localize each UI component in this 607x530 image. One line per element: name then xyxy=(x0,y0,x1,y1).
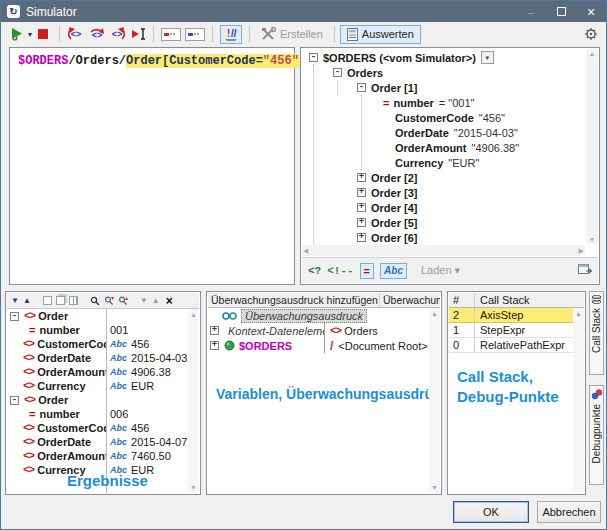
expand-icon[interactable]: + xyxy=(210,341,219,350)
run-button[interactable] xyxy=(9,26,25,42)
step-into-button[interactable]: <> xyxy=(67,26,84,42)
prev-result-icon[interactable]: ▲ xyxy=(23,297,31,305)
add-watch-header[interactable]: Überwachungsausdruck hinzufügen xyxy=(208,293,380,307)
copy-icon[interactable] xyxy=(56,296,65,305)
search-icon[interactable] xyxy=(90,296,100,306)
close-button[interactable]: × xyxy=(576,1,606,22)
column-number-header[interactable]: # xyxy=(449,293,475,307)
processing-instruction-toggle[interactable]: <? xyxy=(308,265,321,277)
collapse-icon[interactable]: - xyxy=(10,396,19,405)
result-row[interactable]: =number 001 xyxy=(7,323,199,337)
maximize-button[interactable] xyxy=(546,1,576,22)
expand-icon[interactable]: + xyxy=(357,203,366,212)
context-item-row[interactable]: + Kontext-Datenelement <>Orders xyxy=(208,323,429,338)
result-row[interactable]: <>OrderAmount Abc4906.38 xyxy=(7,365,199,379)
tree-row-order-collapsed[interactable]: + Order [5] xyxy=(303,215,585,230)
tree-row-order-collapsed[interactable]: + Order [2] xyxy=(303,170,585,185)
move-down-icon[interactable]: ▼ xyxy=(140,297,148,305)
cancel-button[interactable]: Abbrechen xyxy=(537,501,601,523)
page-icon[interactable] xyxy=(43,296,52,305)
tree-row-order-collapsed[interactable]: + Order [6] xyxy=(303,230,585,244)
source-dropdown-button[interactable]: ▾ xyxy=(481,51,494,64)
results-scrollbar[interactable]: ▲ ▼ xyxy=(188,309,199,493)
collapse-icon[interactable]: - xyxy=(10,312,19,321)
watch-header-right[interactable]: Überwachungsausdru xyxy=(380,293,440,307)
tree-row-order-collapsed[interactable]: + Order [3] xyxy=(303,185,585,200)
next-result-icon[interactable]: ▼ xyxy=(11,297,19,305)
erstellen-button[interactable]: Erstellen xyxy=(255,25,329,43)
result-row[interactable]: <>CustomerCode Abc456 xyxy=(7,421,199,435)
watch-expression-label[interactable]: Überwachungsausdruck xyxy=(241,309,367,323)
expand-icon[interactable]: + xyxy=(357,173,366,182)
attributes-toggle[interactable]: = xyxy=(360,263,374,279)
tree-row-child[interactable]: OrderAmount "4906.38" xyxy=(303,140,585,155)
collapse-icon[interactable]: - xyxy=(357,83,366,92)
result-row[interactable]: <>OrderDate Abc2015-04-07 xyxy=(7,435,199,449)
clear-results-icon[interactable]: × xyxy=(166,295,173,307)
scroll-down-icon[interactable]: ▼ xyxy=(589,236,596,243)
tree-row-child[interactable]: OrderDate "2015-04-03" xyxy=(303,125,585,140)
titlebar[interactable]: ↻ Simulator – × xyxy=(1,1,606,22)
tab-debugpunkte[interactable]: Debugpunkte xyxy=(589,385,604,485)
expand-icon[interactable]: + xyxy=(210,326,219,335)
column-callstack-header[interactable]: Call Stack xyxy=(475,293,535,307)
source-horizontal-scrollbar[interactable]: ◀ ▶ xyxy=(302,245,585,256)
callstack-row-selected[interactable]: 2AxisStep xyxy=(449,308,573,323)
run-dropdown-icon[interactable]: ▾ xyxy=(28,30,32,39)
comment-toggle[interactable]: <!-- xyxy=(327,265,353,277)
tree-row-order1[interactable]: - Order [1] xyxy=(303,80,585,95)
debug-mode-toggle[interactable]: !// xyxy=(220,25,242,44)
scroll-up-icon[interactable]: ▲ xyxy=(589,50,596,57)
tab-call-stack[interactable]: Call Stack xyxy=(589,291,604,375)
scroll-down-icon[interactable]: ▼ xyxy=(431,484,438,491)
tree-row-orders[interactable]: - Orders xyxy=(303,65,585,80)
collapse-icon[interactable]: - xyxy=(309,53,318,62)
tree-row-root[interactable]: - $ORDERS (<vom Simulator>) ▾ xyxy=(303,50,585,65)
step-over-button[interactable]: <> xyxy=(88,26,105,42)
auswerten-button[interactable]: Auswerten xyxy=(340,25,421,44)
stop-button[interactable] xyxy=(38,29,48,39)
collapse-icon[interactable]: - xyxy=(333,68,342,77)
xpath-expression-editor[interactable]: $ORDERS/Orders/Order[CustomerCode="456"]… xyxy=(9,47,295,285)
open-in-window-icon[interactable] xyxy=(578,264,592,277)
settings-gear-icon[interactable] xyxy=(584,27,598,41)
run-to-cursor-button[interactable] xyxy=(130,26,146,42)
tracepoint-button[interactable] xyxy=(161,28,181,41)
result-row[interactable]: =number 006 xyxy=(7,407,199,421)
ok-button[interactable]: OK xyxy=(453,501,529,523)
expand-icon[interactable]: + xyxy=(357,218,366,227)
watch-expression-row[interactable]: Überwachungsausdruck xyxy=(208,308,429,323)
callstack-scrollbar[interactable]: ▲ xyxy=(573,308,584,493)
callstack-row[interactable]: 1StepExpr xyxy=(449,323,573,338)
column-divider[interactable] xyxy=(106,309,107,493)
expand-icon[interactable]: + xyxy=(357,188,366,197)
result-row[interactable]: <>OrderAmount Abc7460.50 xyxy=(7,449,199,463)
scroll-left-icon[interactable]: ◀ xyxy=(303,247,308,254)
search-next-icon[interactable] xyxy=(104,296,114,306)
orders-variable-row[interactable]: + $ORDERS /<Document Root> xyxy=(208,338,429,353)
search-prev-icon[interactable] xyxy=(118,296,128,306)
scroll-up-icon[interactable]: ▲ xyxy=(575,310,582,317)
scroll-right-icon[interactable]: ▶ xyxy=(579,247,584,254)
result-row[interactable]: <>Currency AbcEUR xyxy=(7,379,199,393)
tree-row-child[interactable]: Currency "EUR" xyxy=(303,155,585,170)
callstack-row[interactable]: 0RelativePathExpr xyxy=(449,338,573,353)
text-values-toggle[interactable]: Abc xyxy=(380,263,407,279)
tree-row-attr-number[interactable]: = number = "001" xyxy=(303,95,585,110)
watch-scrollbar[interactable]: ▲ ▼ xyxy=(429,308,440,493)
source-vertical-scrollbar[interactable]: ▲ ▼ xyxy=(586,49,598,244)
scroll-up-icon[interactable]: ▲ xyxy=(431,310,438,317)
breakpoint-button[interactable] xyxy=(185,28,205,41)
result-order-row[interactable]: -<>Order xyxy=(7,309,199,323)
tree-row-order-collapsed[interactable]: + Order [4] xyxy=(303,200,585,215)
expand-icon[interactable]: + xyxy=(357,233,366,242)
step-out-button[interactable]: <> xyxy=(109,26,126,42)
scroll-down-icon[interactable]: ▼ xyxy=(190,484,197,491)
result-row[interactable]: <>CustomerCode Abc456 xyxy=(7,337,199,351)
scroll-up-icon[interactable]: ▲ xyxy=(190,311,197,318)
result-row[interactable]: <>OrderDate Abc2015-04-03 xyxy=(7,351,199,365)
minimize-button[interactable]: – xyxy=(516,1,546,22)
tree-row-child[interactable]: CustomerCode "456" xyxy=(303,110,585,125)
move-up-icon[interactable]: ▲ xyxy=(152,297,160,305)
result-order-row[interactable]: -<>Order xyxy=(7,393,199,407)
